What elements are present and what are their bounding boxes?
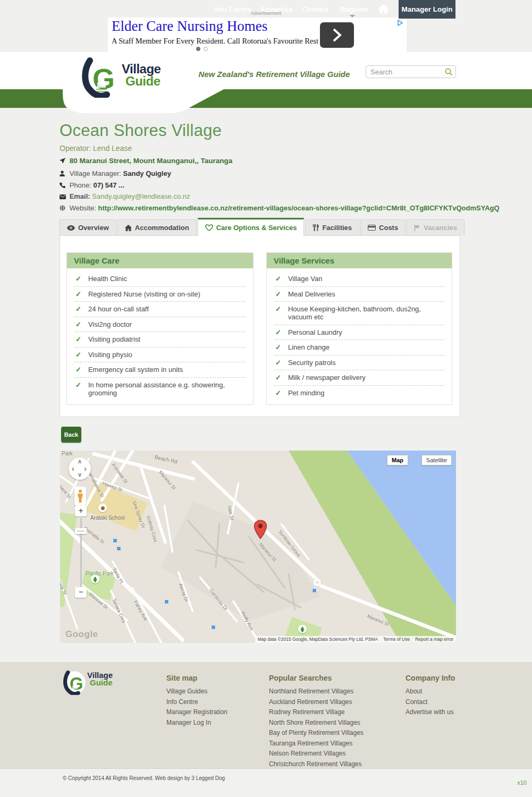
nav-contact[interactable]: Contact <box>302 0 328 19</box>
footer-company-info-column: Company Info About Contact Advertise wit… <box>406 674 455 719</box>
tab-overview[interactable]: Overview <box>60 219 116 235</box>
footer-column-title: Site map <box>166 674 227 682</box>
footer-link[interactable]: Manager Log In <box>166 719 227 726</box>
care-item: ✓24 hour on-call staff <box>74 302 246 317</box>
nav-info-centre[interactable]: Info Centre <box>214 0 251 19</box>
bus-stop-icon[interactable] <box>312 588 317 593</box>
search-icon[interactable] <box>445 68 453 78</box>
footer-logo[interactable]: G Village Guide <box>63 671 113 695</box>
ad-banner[interactable]: Elder Care Nursing Homes A Staff Member … <box>108 18 407 52</box>
pan-left-icon[interactable]: ‹ <box>72 464 74 473</box>
map-attribution: Map data ©2015 Google, MapData Sciences … <box>255 636 456 643</box>
footer-link[interactable]: Village Guides <box>166 688 227 695</box>
page-title: Ocean Shores Village <box>60 121 222 140</box>
footer-link[interactable]: Nelson Retirement Villages <box>269 750 364 757</box>
home-icon[interactable] <box>378 4 389 16</box>
footer-link[interactable]: Bay of Plenty Retirement Villages <box>269 729 364 736</box>
globe-icon <box>60 205 67 213</box>
adchoices-icon[interactable] <box>397 19 403 28</box>
village-location-marker-icon[interactable] <box>254 520 267 542</box>
care-item: ✓Emergency call system in units <box>74 362 246 378</box>
back-button[interactable]: Back <box>61 427 81 443</box>
google-logo: Google <box>65 629 98 640</box>
ad-carousel-dots[interactable] <box>196 47 208 51</box>
operator-value[interactable]: Lend Lease <box>93 144 132 152</box>
pan-down-icon[interactable]: ∨ <box>78 471 82 478</box>
service-item: ✓Personal Laundry <box>274 325 444 341</box>
school-poi-icon[interactable] <box>98 504 107 512</box>
footer-link[interactable]: Tauranga Retirement Villages <box>269 740 364 747</box>
footer-link[interactable]: Advertise with us <box>406 708 455 716</box>
zoom-indicator: x10 <box>517 779 527 786</box>
check-icon: ✓ <box>275 305 281 313</box>
carousel-dot[interactable] <box>204 47 208 51</box>
nav-advertise[interactable]: Advertise <box>260 0 293 19</box>
website-label: Website: <box>70 204 96 212</box>
report-map-error-link[interactable]: Report a map error <box>412 636 456 643</box>
terms-of-use-link[interactable]: Terms of Use <box>381 636 412 643</box>
email-link[interactable]: Sandy.quigley@lendlease.co.nz <box>92 192 190 200</box>
website-link[interactable]: http://www.retirementbylendlease.co.nz/r… <box>98 204 500 212</box>
footer-logo-wordmark: Village Guide <box>87 672 113 695</box>
tab-accommodation[interactable]: Accommodation <box>117 219 197 235</box>
site-logo[interactable]: G Village Guide <box>81 57 161 98</box>
svg-text:G: G <box>70 674 83 693</box>
pan-right-icon[interactable]: › <box>84 464 87 473</box>
service-item: ✓Security patrols <box>274 355 444 371</box>
zoom-out-button[interactable]: − <box>75 587 87 598</box>
map-road <box>163 505 174 553</box>
ad-headline[interactable]: Elder Care Nursing Homes <box>112 18 267 35</box>
zoom-in-button[interactable]: + <box>75 506 87 516</box>
pan-up-icon[interactable]: ∧ <box>78 458 82 465</box>
bus-stop-icon[interactable] <box>164 599 169 604</box>
service-item-label: Personal Laundry <box>288 328 342 336</box>
footer-link[interactable]: Rodney Retirement Village <box>269 708 364 716</box>
footer-link[interactable]: Auckland Retirement Villages <box>269 698 364 706</box>
footer-link[interactable]: Northland Retirement Villages <box>269 688 364 695</box>
search-input[interactable] <box>366 66 444 78</box>
park-tree-icon[interactable] <box>298 625 307 633</box>
google-map[interactable]: Park Beach Rd Maranui St Korowai St Kaim… <box>60 451 456 643</box>
nav-manager-login[interactable]: Manager Login <box>399 0 455 19</box>
chevron-right-icon <box>332 28 342 43</box>
footer-link[interactable]: About <box>406 688 455 695</box>
village-guide-emblem-icon: G <box>81 57 120 98</box>
check-icon: ✓ <box>275 343 281 351</box>
service-item: ✓Meal Deliveries <box>274 287 444 302</box>
bus-stop-icon[interactable] <box>113 538 117 543</box>
tab-care-options[interactable]: Care Options & Services <box>198 218 305 236</box>
village-care-title: Village Care <box>67 253 253 268</box>
care-item: ✓Visi2ng doctor <box>74 317 246 333</box>
heart-icon <box>205 224 213 231</box>
check-icon: ✓ <box>75 351 81 359</box>
footer-link[interactable]: Contact <box>406 698 455 706</box>
tab-vacancies[interactable]: Vacancies <box>407 219 465 235</box>
tab-label: Costs <box>379 224 398 232</box>
footer-link[interactable]: Christchurch Retirement Villages <box>269 760 364 768</box>
ad-next-button[interactable] <box>320 22 354 48</box>
phone-icon <box>60 182 67 190</box>
map-label: Pacific Park <box>86 571 114 576</box>
footer-link[interactable]: Info Centre <box>166 698 227 706</box>
tab-costs[interactable]: Costs <box>360 219 406 235</box>
tab-facilities[interactable]: Facilities <box>305 219 359 235</box>
care-item: ✓In home personal assistance e.g. shower… <box>74 378 246 401</box>
footer-sitemap-column: Site map Village Guides Info Centre Mana… <box>166 674 227 729</box>
street-view-pegman-icon[interactable] <box>74 487 86 506</box>
bus-stop-icon[interactable] <box>211 625 216 630</box>
footer: G Village Guide Site map Village Guides … <box>0 662 532 768</box>
bus-stop-icon[interactable] <box>116 546 121 551</box>
map-pan-control[interactable]: ∧ ∨ ‹ › <box>69 457 91 480</box>
email-label: Email: <box>70 192 90 200</box>
ad-subline: A Staff Member For Every Resident. Call … <box>112 37 342 46</box>
service-item: ✓Pet minding <box>274 386 444 401</box>
check-icon: ✓ <box>275 389 281 397</box>
satellite-type-button[interactable]: Satellite <box>421 455 452 465</box>
zoom-slider-handle[interactable] <box>75 528 87 534</box>
search-box[interactable] <box>366 65 456 78</box>
footer-link[interactable]: Manager Registration <box>166 708 227 716</box>
carousel-dot-active[interactable] <box>196 47 200 51</box>
map-type-button[interactable]: Map <box>387 455 408 465</box>
footer-link[interactable]: North Shore Retirement Villages <box>269 719 364 726</box>
park-tree-icon[interactable] <box>91 575 99 583</box>
